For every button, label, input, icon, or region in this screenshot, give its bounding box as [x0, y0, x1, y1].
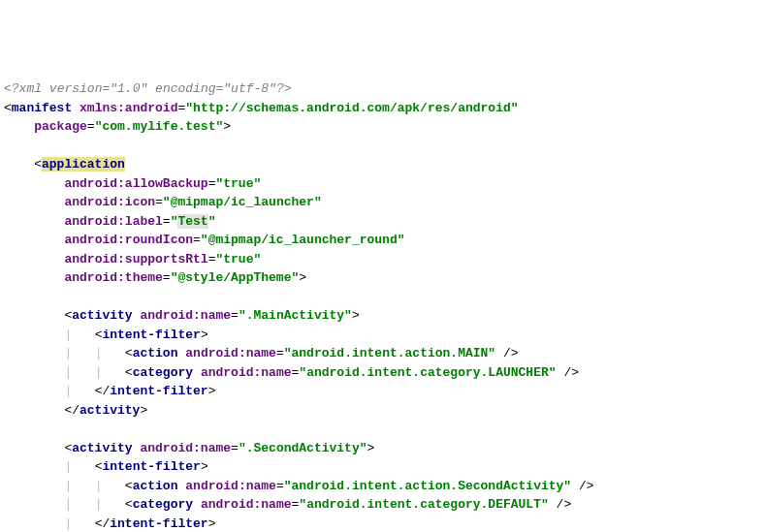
- val-label: "Test": [171, 214, 216, 229]
- attr-label: android:label: [64, 214, 162, 229]
- application-tag-open: application: [42, 157, 125, 172]
- attr-icon: android:icon: [64, 195, 155, 209]
- attr-supportsRtl: android:supportsRtl: [64, 252, 207, 266]
- activity2-tag: activity: [72, 441, 132, 455]
- manifest-tag: manifest: [12, 101, 72, 115]
- xmlns-val: "http://schemas.android.com/apk/res/andr…: [185, 101, 518, 115]
- attr-theme: android:theme: [64, 270, 162, 285]
- attr-roundIcon: android:roundIcon: [64, 233, 193, 247]
- val-theme: "@style/AppTheme": [171, 270, 300, 285]
- attr-allowBackup: android:allowBackup: [64, 176, 207, 191]
- activity1-name-attr: android:name: [140, 308, 231, 323]
- activity2-name-attr: android:name: [140, 441, 231, 455]
- package-val: "com.mylife.test": [95, 119, 224, 134]
- intent-filter1-close: intent-filter: [110, 384, 207, 398]
- category1-val: "android.intent.category.LAUNCHER": [299, 365, 556, 380]
- code-editor[interactable]: <?xml version="1.0" encoding="utf-8"?> <…: [4, 79, 761, 532]
- activity1-tag: activity: [72, 308, 132, 323]
- activity1-name-val: ".MainActivity": [239, 308, 352, 323]
- val-allowBackup: "true": [215, 176, 261, 191]
- category2-tag: category: [133, 497, 193, 512]
- intent-filter2-close: intent-filter: [110, 516, 207, 531]
- action2-val: "android.intent.action.SecondActivity": [284, 479, 571, 493]
- val-icon: "@mipmap/ic_launcher": [163, 195, 322, 209]
- category1-attr: android:name: [201, 365, 292, 380]
- category2-attr: android:name: [201, 497, 292, 512]
- val-supportsRtl: "true": [215, 252, 261, 266]
- action1-tag: action: [133, 346, 178, 360]
- action2-tag: action: [133, 479, 178, 493]
- val-roundIcon: "@mipmap/ic_launcher_round": [201, 233, 405, 247]
- action2-attr: android:name: [185, 479, 276, 493]
- action1-val: "android.intent.action.MAIN": [284, 346, 495, 360]
- category1-tag: category: [133, 365, 193, 380]
- xmlns-attr: xmlns:android: [80, 101, 177, 115]
- activity1-close: activity: [80, 403, 140, 418]
- activity2-name-val: ".SecondActivity": [239, 441, 367, 455]
- action1-attr: android:name: [185, 346, 276, 360]
- intent-filter2-open: intent-filter: [102, 459, 200, 474]
- xml-declaration: <?xml version="1.0" encoding="utf-8"?>: [4, 81, 292, 96]
- intent-filter1-open: intent-filter: [102, 328, 200, 342]
- package-attr: package: [34, 119, 87, 134]
- category2-val: "android.intent.category.DEFAULT": [299, 497, 548, 512]
